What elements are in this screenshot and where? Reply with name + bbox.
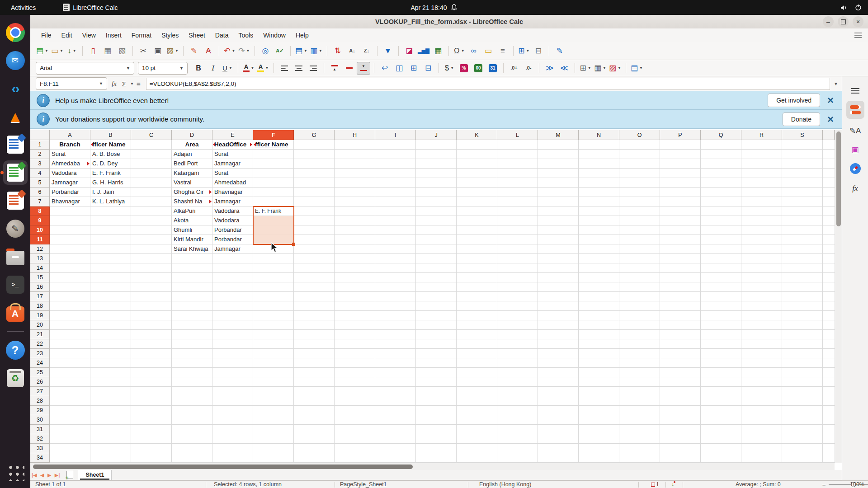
cell-C26[interactable] — [131, 377, 172, 387]
cell-Q17[interactable] — [701, 292, 741, 301]
cell-L22[interactable] — [497, 339, 538, 349]
cell-L9[interactable] — [497, 216, 538, 225]
cell-C14[interactable] — [131, 263, 172, 273]
cell-R12[interactable] — [741, 244, 782, 254]
cell-M16[interactable] — [538, 282, 579, 292]
cell-I17[interactable] — [375, 292, 416, 301]
cell-D23[interactable] — [172, 349, 212, 358]
cell-H21[interactable] — [335, 330, 375, 339]
cell-H4[interactable] — [335, 169, 375, 178]
cell-D7[interactable]: Shashti Na — [172, 197, 212, 206]
cell-O7[interactable] — [619, 197, 660, 206]
cell-L16[interactable] — [497, 282, 538, 292]
cell-P23[interactable] — [660, 349, 701, 358]
format-as-number-button[interactable]: 00 — [472, 62, 485, 75]
cell-A1[interactable]: Branch — [50, 140, 90, 150]
cell-C6[interactable] — [131, 188, 172, 197]
row-header-34[interactable]: 34 — [30, 453, 50, 463]
cell-G24[interactable] — [294, 358, 335, 368]
cell-R8[interactable] — [741, 206, 782, 216]
cell-S28[interactable] — [782, 396, 823, 406]
cell-J10[interactable] — [416, 225, 457, 235]
cell-M27[interactable] — [538, 387, 579, 396]
get-involved-button[interactable]: Get involved — [768, 94, 820, 107]
insert-special-character-button[interactable]: Ω▼ — [453, 45, 466, 57]
cell-C10[interactable] — [131, 225, 172, 235]
merge-cells-button[interactable]: ⊞ — [407, 62, 420, 75]
menu-data[interactable]: Data — [211, 30, 233, 40]
cell-C4[interactable] — [131, 169, 172, 178]
sort-button[interactable]: ⇅ — [331, 45, 344, 57]
cell-L25[interactable] — [497, 368, 538, 377]
cell-H23[interactable] — [335, 349, 375, 358]
cell-P10[interactable] — [660, 225, 701, 235]
cell-R5[interactable] — [741, 178, 782, 188]
cell-C34[interactable] — [131, 453, 172, 463]
cell-G7[interactable] — [294, 197, 335, 206]
col-header-G[interactable]: G — [294, 130, 335, 140]
chevron-down-icon[interactable]: ▼ — [246, 49, 250, 53]
cell-F6[interactable] — [253, 188, 294, 197]
cell-partial-9[interactable] — [823, 216, 835, 225]
cell-H13[interactable] — [335, 254, 375, 263]
cell-E13[interactable] — [212, 254, 253, 263]
cell-N30[interactable] — [579, 415, 619, 425]
cell-L28[interactable] — [497, 396, 538, 406]
row-button[interactable]: ▤▼ — [294, 45, 308, 57]
cell-S15[interactable] — [782, 273, 823, 282]
cell-G25[interactable] — [294, 368, 335, 377]
cell-K3[interactable] — [457, 159, 497, 169]
cell-D9[interactable]: Akota — [172, 216, 212, 225]
insert-chart-button[interactable]: ▂▅▇ — [417, 45, 430, 57]
cell-partial-17[interactable] — [823, 292, 835, 301]
cell-D2[interactable]: Adajan — [172, 150, 212, 159]
cell-C27[interactable] — [131, 387, 172, 396]
cell-Q6[interactable] — [701, 188, 741, 197]
cell-G27[interactable] — [294, 387, 335, 396]
row-header-31[interactable]: 31 — [30, 425, 50, 434]
cell-H6[interactable] — [335, 188, 375, 197]
cell-partial-21[interactable] — [823, 330, 835, 339]
cell-A24[interactable] — [50, 358, 90, 368]
cell-E26[interactable] — [212, 377, 253, 387]
cell-B17[interactable] — [90, 292, 131, 301]
row-header-9[interactable]: 9 — [30, 216, 50, 225]
cell-partial-4[interactable] — [823, 169, 835, 178]
donate-button[interactable]: Donate — [783, 113, 820, 126]
cell-J22[interactable] — [416, 339, 457, 349]
cell-S3[interactable] — [782, 159, 823, 169]
cell-N4[interactable] — [579, 169, 619, 178]
cell-R17[interactable] — [741, 292, 782, 301]
cell-O25[interactable] — [619, 368, 660, 377]
cell-B6[interactable]: I. J. Jain — [90, 188, 131, 197]
cell-S17[interactable] — [782, 292, 823, 301]
cell-N13[interactable] — [579, 254, 619, 263]
cell-N33[interactable] — [579, 444, 619, 453]
cell-partial-5[interactable] — [823, 178, 835, 188]
row-header-26[interactable]: 26 — [30, 377, 50, 387]
cell-Q32[interactable] — [701, 434, 741, 444]
row-header-17[interactable]: 17 — [30, 292, 50, 301]
font-size-combo[interactable]: 10 pt ▼ — [138, 62, 188, 75]
cell-R4[interactable] — [741, 169, 782, 178]
cell-A5[interactable]: Jamnagar — [50, 178, 90, 188]
cell-F8[interactable]: E. F. Frank — [253, 206, 294, 216]
cell-I5[interactable] — [375, 178, 416, 188]
cell-partial-1[interactable] — [823, 140, 835, 150]
cell-Q4[interactable] — [701, 169, 741, 178]
vertical-scrollbar[interactable] — [835, 130, 842, 463]
cell-B14[interactable] — [90, 263, 131, 273]
cell-S21[interactable] — [782, 330, 823, 339]
cell-B29[interactable] — [90, 406, 131, 415]
col-header-P[interactable]: P — [660, 130, 701, 140]
horizontal-scrollbar[interactable] — [30, 463, 835, 470]
function-wizard-icon[interactable]: fx — [112, 80, 117, 88]
cell-S8[interactable] — [782, 206, 823, 216]
cell-M31[interactable] — [538, 425, 579, 434]
col-header-K[interactable]: K — [457, 130, 497, 140]
cell-P31[interactable] — [660, 425, 701, 434]
cell-F5[interactable] — [253, 178, 294, 188]
cell-P6[interactable] — [660, 188, 701, 197]
menu-tools[interactable]: Tools — [234, 30, 258, 40]
cell-R24[interactable] — [741, 358, 782, 368]
